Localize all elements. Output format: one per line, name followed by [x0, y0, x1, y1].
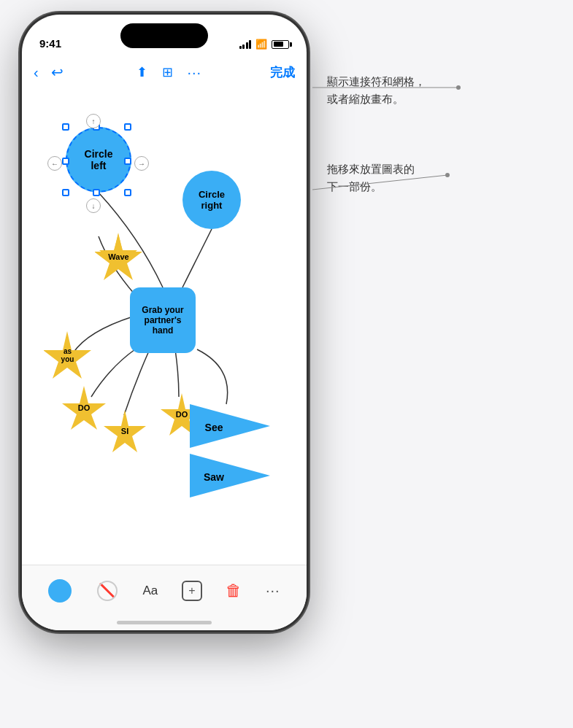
svg-line-10: [312, 175, 447, 190]
arrow-down[interactable]: ↓: [86, 198, 101, 213]
toolbar-right: 完成: [270, 64, 295, 81]
wave-node[interactable]: Wave: [95, 233, 142, 280]
do2-label: DO: [176, 410, 188, 419]
circle-left-node[interactable]: Circle left: [66, 127, 131, 193]
as-you-label: as you: [61, 347, 74, 363]
svg-point-11: [445, 173, 450, 177]
undo-button[interactable]: ↩: [47, 62, 68, 82]
arrow-right[interactable]: →: [134, 156, 149, 171]
do1-node[interactable]: DO: [62, 386, 106, 430]
arrow-up[interactable]: ↑: [86, 114, 101, 128]
circle-right-node[interactable]: Circle right: [182, 171, 241, 229]
home-indicator: [117, 621, 212, 624]
more-button[interactable]: ···: [188, 64, 202, 81]
handle-mr[interactable]: [124, 158, 131, 165]
handle-ml[interactable]: [62, 158, 69, 165]
as-you-node[interactable]: as you: [44, 331, 91, 379]
text-format-label: Aa: [142, 584, 158, 598]
grab-node[interactable]: Grab your partner's hand: [130, 287, 196, 353]
trash-icon: 🗑: [226, 581, 242, 600]
top-toolbar: ‹ ↩ ⬆ ⊞ ··· 完成: [22, 54, 307, 90]
canvas[interactable]: Circle left ↑ ↓ ← → Circle right: [22, 90, 307, 565]
saw-label: Saw: [204, 471, 224, 483]
status-time: 9:41: [39, 37, 61, 50]
add-shape-icon: +: [182, 581, 202, 601]
dynamic-island: [120, 23, 208, 48]
color-picker[interactable]: [48, 579, 72, 603]
battery-icon: [272, 40, 289, 49]
scene: 9:41 📶 ‹ ↩: [0, 0, 573, 728]
do1-label: DO: [78, 403, 91, 412]
circle-left-label: Circle left: [85, 148, 113, 171]
share-button[interactable]: ⬆: [136, 64, 147, 80]
handle-bl[interactable]: [62, 189, 69, 196]
annotation-line-mid: [312, 131, 502, 204]
handle-tl[interactable]: [62, 123, 69, 131]
svg-marker-7: [190, 454, 270, 497]
add-shape-button[interactable]: +: [182, 581, 202, 601]
toolbar-left: ‹ ↩: [34, 62, 68, 82]
done-button[interactable]: 完成: [270, 64, 295, 81]
wifi-icon: 📶: [255, 39, 267, 50]
grab-label: Grab your partner's hand: [142, 305, 183, 336]
delete-button[interactable]: 🗑: [226, 581, 242, 600]
svg-marker-6: [190, 404, 270, 448]
triangle-group[interactable]: See Saw: [190, 404, 270, 500]
signal-icon: [239, 40, 252, 49]
svg-point-9: [456, 85, 461, 90]
status-icons: 📶: [239, 39, 290, 50]
handle-bc[interactable]: [93, 189, 100, 196]
annotation-line-top: [312, 44, 502, 131]
text-format-button[interactable]: Aa: [142, 584, 158, 598]
arrow-left[interactable]: ←: [47, 156, 62, 171]
handle-br[interactable]: [124, 189, 131, 196]
phone-frame: 9:41 📶 ‹ ↩: [22, 15, 307, 630]
more-options-button[interactable]: ···: [266, 582, 280, 599]
handle-tr[interactable]: [124, 123, 131, 131]
circle-right-label: Circle right: [199, 189, 225, 211]
si-node[interactable]: SI: [104, 410, 146, 452]
si-label: SI: [121, 427, 128, 435]
color-circle[interactable]: [48, 579, 72, 603]
back-button[interactable]: ‹: [34, 64, 39, 81]
diagram: Circle left ↑ ↓ ← → Circle right: [22, 90, 307, 565]
wave-label: Wave: [108, 252, 128, 261]
copy-button[interactable]: ⊞: [162, 64, 173, 80]
see-label: See: [205, 422, 223, 433]
no-fill-button[interactable]: [96, 579, 119, 603]
toolbar-center: ⬆ ⊞ ···: [136, 64, 202, 81]
more-options-icon: ···: [266, 582, 280, 599]
